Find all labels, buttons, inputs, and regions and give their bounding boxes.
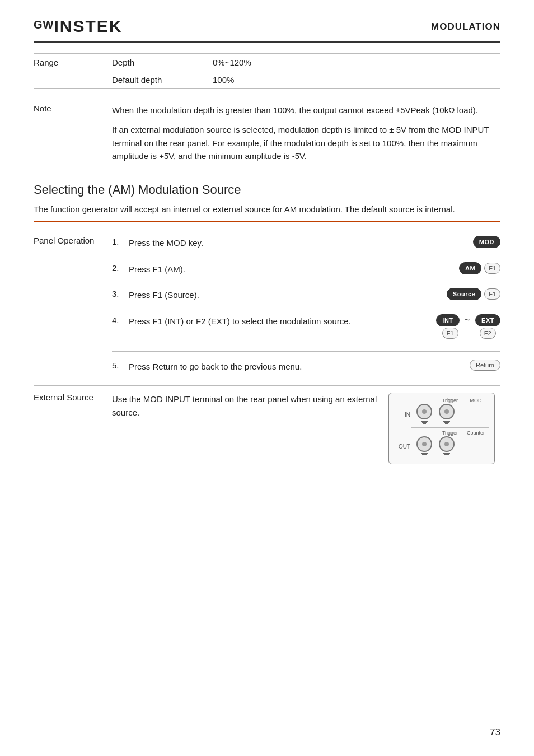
panel-steps: 1. Press the MOD key. MOD 2. Press F1 (A… [112, 236, 500, 385]
f1-button-step4[interactable]: F1 [442, 328, 458, 339]
trigger-in-circle [416, 404, 432, 419]
step-1-text: Press the MOD key. [129, 236, 463, 250]
ground-line-3 [423, 423, 426, 424]
am-button[interactable]: AM [459, 262, 481, 274]
mod-in-circle [439, 404, 455, 419]
default-depth-label: Default depth [112, 71, 213, 89]
step-3-num: 3. [112, 288, 129, 298]
trigger-out-connector [416, 436, 432, 458]
step-5: 5. Press Return to go back to the previo… [112, 351, 500, 374]
page-title: MODULATION [431, 17, 500, 32]
range-label: Range [34, 54, 112, 72]
header-divider [34, 41, 500, 43]
counter-connector [439, 436, 455, 458]
trigger-out-circle [416, 436, 432, 452]
mod-col-label: MOD [463, 398, 489, 403]
step-5-num: 5. [112, 360, 129, 370]
tilde-icon: ~ [462, 314, 473, 326]
ground-line-8 [422, 454, 427, 455]
panel-operation-label: Panel Operation [34, 236, 112, 385]
col-labels: Trigger MOD [395, 398, 489, 403]
mod-in-ground [443, 421, 450, 425]
ground-line-6 [445, 423, 448, 424]
in-row: IN [395, 404, 489, 425]
source-button[interactable]: Source [447, 288, 481, 300]
note-section: Note When the modulation depth is greate… [34, 99, 500, 167]
counter-ground [443, 453, 450, 458]
depth-value: 0%~120% [213, 54, 500, 72]
ext-button[interactable]: EXT [475, 314, 500, 326]
note-row: Note When the modulation depth is greate… [34, 99, 500, 167]
panel-operation-row: Panel Operation 1. Press the MOD key. MO… [34, 236, 500, 385]
ground-line-7 [421, 453, 428, 454]
table-row: Default depth 100% [34, 71, 500, 89]
ground-line-1 [421, 421, 428, 422]
f1-button-step2[interactable]: F1 [484, 263, 500, 274]
trigger-col-label: Trigger [437, 398, 463, 403]
note-paragraph-2: If an external modulation source is sele… [112, 123, 500, 162]
depth-label: Depth [112, 54, 213, 72]
ground-line-2 [422, 422, 427, 423]
step-4-icon: INT ~ EXT F1 F2 [436, 314, 500, 339]
ground-line-10 [443, 453, 450, 454]
f2-button-step4[interactable]: F2 [480, 328, 496, 339]
section-heading: Selecting the (AM) Modulation Source [34, 183, 500, 197]
ground-line-5 [444, 422, 449, 423]
logo-instek: INSTEK [54, 17, 122, 36]
step-5-icon: Return [470, 360, 500, 371]
section-divider [34, 221, 500, 222]
page-header: GW INSTEK MODULATION [34, 17, 500, 36]
logo: GW INSTEK [34, 17, 122, 36]
rear-panel-diagram: Trigger MOD IN [388, 393, 495, 464]
external-source-label: External Source [34, 386, 112, 464]
ground-line-4 [443, 421, 450, 422]
ground-line-9 [423, 456, 426, 457]
empty-label [34, 71, 112, 89]
external-source-diagram: Trigger MOD IN [388, 386, 500, 464]
out-row: OUT [395, 436, 489, 458]
step-2-text: Press F1 (AM). [129, 262, 449, 276]
return-button[interactable]: Return [470, 360, 500, 371]
step-3: 3. Press F1 (Source). Source F1 [112, 288, 500, 302]
step-1-icon: MOD [473, 236, 500, 248]
step-4-num: 4. [112, 314, 129, 325]
page-number: 73 [490, 727, 500, 738]
step-1-num: 1. [112, 236, 129, 246]
ground-line-11 [444, 454, 449, 455]
external-source-row: External Source Use the MOD INPUT termin… [34, 386, 500, 464]
in-label: IN [395, 412, 410, 418]
trigger-out-ground [421, 453, 428, 458]
step-4-text: Press F1 (INT) or F2 (EXT) to select the… [129, 314, 426, 328]
ground-line-12 [445, 456, 448, 457]
page: GW INSTEK MODULATION Range Depth 0%~120%… [0, 0, 534, 756]
section-intro: The function generator will accept an in… [34, 203, 500, 216]
step-3-text: Press F1 (Source). [129, 288, 437, 302]
step-3-icon: Source F1 [447, 288, 500, 300]
counter-col-label: Counter [463, 430, 489, 436]
int-button[interactable]: INT [436, 314, 459, 326]
note-paragraph-1: When the modulation depth is greater tha… [112, 104, 500, 116]
step-2: 2. Press F1 (AM). AM F1 [112, 262, 500, 276]
external-source-text: Use the MOD INPUT terminal on the rear p… [112, 386, 388, 464]
out-label: OUT [395, 444, 410, 450]
note-label: Note [34, 99, 112, 167]
out-col-labels: Trigger Counter [395, 430, 489, 436]
logo-gw: GW [34, 19, 54, 30]
step-5-text: Press Return to go back to the previous … [129, 360, 460, 374]
range-table: Range Depth 0%~120% Default depth 100% [34, 53, 500, 89]
step-1: 1. Press the MOD key. MOD [112, 236, 500, 250]
panel-operation-table: Panel Operation 1. Press the MOD key. MO… [34, 236, 500, 385]
table-row: Range Depth 0%~120% [34, 54, 500, 72]
default-depth-value: 100% [213, 71, 500, 89]
mod-in-connector [439, 404, 455, 425]
note-content: When the modulation depth is greater tha… [112, 99, 500, 167]
external-source-table: External Source Use the MOD INPUT termin… [34, 386, 500, 464]
step-2-num: 2. [112, 262, 129, 273]
counter-circle [439, 436, 455, 452]
trigger-in-ground [421, 421, 428, 425]
f1-button-step3[interactable]: F1 [484, 288, 500, 300]
mod-button[interactable]: MOD [473, 236, 500, 248]
step-2-icon: AM F1 [459, 262, 500, 274]
trigger-out-col-label: Trigger [437, 430, 463, 436]
trigger-in-connector [416, 404, 432, 425]
